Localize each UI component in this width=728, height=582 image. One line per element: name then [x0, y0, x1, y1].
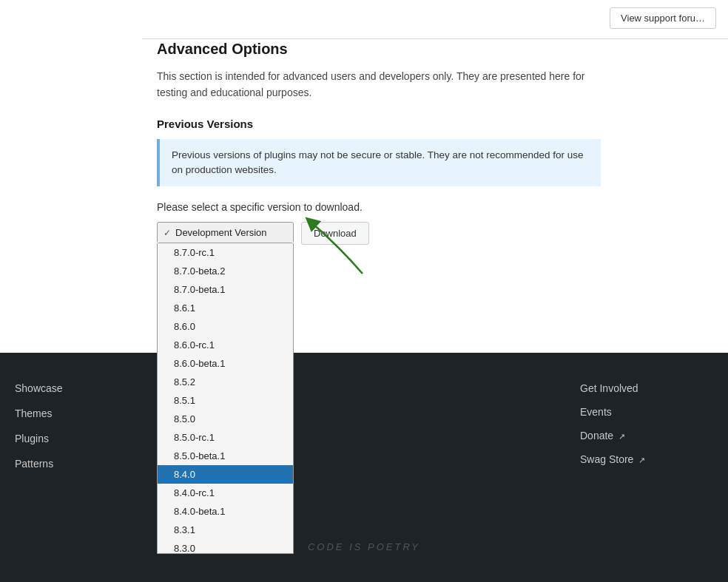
select-prompt: Please select a specific version to down… [157, 201, 713, 213]
list-item[interactable]: 8.4.0-rc.1 [158, 484, 293, 502]
list-item[interactable]: 8.5.1 [158, 391, 293, 410]
list-item[interactable]: 8.4.0-beta.1 [158, 502, 293, 521]
top-divider [142, 38, 728, 39]
version-dropdown-container: ✓ Development Version 8.7.0-rc.1 8.7.0-b… [157, 222, 294, 243]
checkmark-icon: ✓ [164, 228, 171, 238]
footer: Showcase Themes Plugins Patterns Learn D… [0, 353, 728, 582]
footer-left-nav: Showcase Themes Plugins Patterns [0, 353, 148, 582]
dropdown-header-label: Development Version [175, 227, 267, 238]
list-item[interactable]: 8.5.0-rc.1 [158, 428, 293, 447]
list-item[interactable]: 8.3.1 [158, 521, 293, 539]
section-title: Advanced Options [157, 41, 713, 58]
list-item[interactable]: 8.6.0 [158, 317, 293, 336]
footer-tagline: Code is Poetry [308, 541, 420, 552]
description-text: This section is intended for advanced us… [157, 68, 601, 101]
list-item[interactable]: 8.5.0 [158, 410, 293, 428]
list-item[interactable]: 8.6.0-beta.1 [158, 354, 293, 373]
list-item[interactable]: 8.6.0-rc.1 [158, 336, 293, 354]
footer-nav-themes[interactable]: Themes [15, 407, 133, 419]
footer-nav-patterns[interactable]: Patterns [15, 458, 133, 470]
footer-link-events[interactable]: Events [580, 406, 713, 418]
footer-link-swag-store[interactable]: Swag Store ↗ [580, 453, 713, 465]
dropdown-header[interactable]: ✓ Development Version [158, 223, 293, 243]
dropdown-list: 8.7.0-rc.1 8.7.0-beta.2 8.7.0-beta.1 8.6… [157, 243, 294, 554]
footer-nav-showcase[interactable]: Showcase [15, 382, 133, 394]
list-item[interactable]: 8.3.0 [158, 539, 293, 554]
footer-link-donate[interactable]: Donate ↗ [580, 430, 713, 441]
list-item[interactable]: 8.5.0-beta.1 [158, 447, 293, 465]
download-row: ✓ Development Version 8.7.0-rc.1 8.7.0-b… [157, 222, 713, 245]
list-item[interactable]: 8.7.0-beta.1 [158, 280, 293, 299]
prev-versions-title: Previous Versions [157, 118, 713, 130]
version-dropdown[interactable]: ✓ Development Version [157, 222, 294, 243]
external-link-icon: ↗ [638, 456, 645, 464]
download-button[interactable]: Download [301, 222, 369, 245]
support-forum-button[interactable]: View support foru… [610, 7, 716, 29]
info-box-text: Previous versions of plugins may not be … [172, 149, 584, 175]
list-item[interactable]: 8.5.2 [158, 373, 293, 391]
top-bar: View support foru… [598, 0, 728, 36]
footer-nav-plugins[interactable]: Plugins [15, 433, 133, 444]
list-item[interactable]: 8.7.0-beta.2 [158, 262, 293, 280]
list-item[interactable]: 8.7.0-rc.1 [158, 243, 293, 262]
list-item-selected[interactable]: 8.4.0 [158, 465, 293, 484]
list-item[interactable]: 8.6.1 [158, 299, 293, 317]
footer-right-links: Get Involved Events Donate ↗ Swag Store … [565, 353, 728, 582]
main-content: Advanced Options This section is intende… [142, 41, 728, 245]
external-link-icon: ↗ [619, 432, 625, 441]
info-box: Previous versions of plugins may not be … [157, 139, 601, 187]
footer-link-get-involved[interactable]: Get Involved [580, 382, 713, 394]
